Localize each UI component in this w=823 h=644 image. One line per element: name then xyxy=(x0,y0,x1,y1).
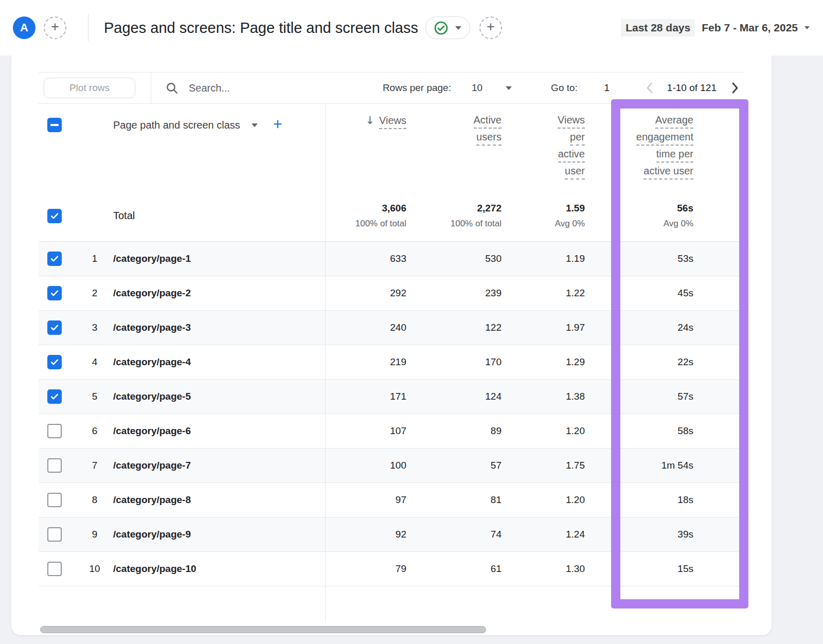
chevron-down-icon xyxy=(455,26,461,30)
check-icon xyxy=(49,254,60,264)
row-checkbox[interactable] xyxy=(47,286,62,300)
check-icon xyxy=(49,323,60,333)
previous-page-button[interactable] xyxy=(643,80,656,96)
row-checkbox[interactable] xyxy=(47,355,62,369)
table-body: 1 /category/page-1 633 530 1.19 53s 2 /c… xyxy=(39,242,744,586)
column-header-avg-engagement-time[interactable]: Averageengagementtime peractive user xyxy=(585,104,744,190)
avatar[interactable]: A xyxy=(13,16,35,39)
chevron-down-icon[interactable] xyxy=(252,123,258,127)
cell-active-users: 170 xyxy=(406,345,502,379)
table-row[interactable]: 6 /category/page-6 107 89 1.20 58s xyxy=(39,414,744,449)
row-checkbox[interactable] xyxy=(47,493,62,507)
table-row[interactable]: 2 /category/page-2 292 239 1.22 45s xyxy=(39,276,744,311)
column-header-views-per-active-user[interactable]: Viewsperactiveuser xyxy=(502,104,585,190)
total-avg-engagement-time-cell: 56s Avg 0% xyxy=(585,190,744,241)
column-header-active-users[interactable]: Activeusers xyxy=(406,104,502,190)
cell-avg-engagement-time: 53s xyxy=(585,242,744,276)
row-index: 1 xyxy=(83,253,106,264)
chevron-down-icon[interactable] xyxy=(506,86,512,90)
cell-avg-engagement-time: 45s xyxy=(585,276,744,310)
cell-avg-engagement-time: 15s xyxy=(585,552,744,586)
cell-views: 219 xyxy=(325,345,406,379)
table-row[interactable]: 3 /category/page-3 240 122 1.97 24s xyxy=(39,311,744,345)
total-views-cell: 3,606 100% of total xyxy=(325,190,406,241)
check-icon xyxy=(49,391,60,402)
row-index: 4 xyxy=(83,356,106,368)
row-checkbox[interactable] xyxy=(47,252,62,266)
cell-active-users: 124 xyxy=(406,380,502,414)
total-label: Total xyxy=(113,210,135,222)
cell-views: 92 xyxy=(325,517,406,551)
column-divider xyxy=(325,104,326,622)
plot-rows-button[interactable]: Plot rows xyxy=(44,78,135,98)
cell-views: 292 xyxy=(325,276,406,310)
column-header-views[interactable]: ↓Views xyxy=(325,104,406,190)
cell-active-users: 122 xyxy=(406,311,502,345)
cell-active-users: 239 xyxy=(406,276,502,310)
chevron-down-icon xyxy=(804,26,810,29)
dimension-header-cell: Page path and screen class + xyxy=(39,104,325,135)
select-all-checkbox[interactable] xyxy=(47,118,62,132)
table-row[interactable]: 10 /category/page-10 79 61 1.30 15s xyxy=(39,552,744,586)
table-row[interactable]: 1 /category/page-1 633 530 1.19 53s xyxy=(39,242,744,276)
go-to-label: Go to: xyxy=(551,82,578,94)
date-range-picker[interactable]: Last 28 days Feb 7 - Mar 6, 2025 xyxy=(621,19,810,37)
row-checkbox[interactable] xyxy=(47,389,62,404)
row-index: 6 xyxy=(83,425,106,437)
row-checkbox[interactable] xyxy=(47,320,62,335)
cell-views-per-active-user: 1.29 xyxy=(502,345,585,379)
dimension-header-label[interactable]: Page path and screen class xyxy=(113,119,240,131)
row-checkbox[interactable] xyxy=(47,562,62,576)
sort-descending-icon: ↓ xyxy=(365,114,374,127)
total-row-checkbox[interactable] xyxy=(47,209,62,223)
total-views-per-active-user-cell: 1.59 Avg 0% xyxy=(502,190,585,241)
cell-views-per-active-user: 1.24 xyxy=(502,517,585,551)
date-range-value: Feb 7 - Mar 6, 2025 xyxy=(702,22,798,34)
cell-active-users: 530 xyxy=(406,242,502,276)
horizontal-scrollbar-thumb[interactable] xyxy=(40,626,486,633)
go-to-input[interactable] xyxy=(596,82,618,94)
cell-views-per-active-user: 1.19 xyxy=(502,242,585,276)
table-toolbar: Plot rows Rows per page: 10 Go to: 1 xyxy=(39,72,744,104)
cell-views: 79 xyxy=(325,552,406,586)
report-header: A + Pages and screens: Page title and sc… xyxy=(0,0,823,56)
row-index: 2 xyxy=(83,288,106,299)
table-row[interactable]: 5 /category/page-5 171 124 1.38 57s xyxy=(39,380,744,414)
row-checkbox[interactable] xyxy=(47,527,62,542)
rows-per-page-select[interactable]: 10 xyxy=(472,82,482,94)
cell-views-per-active-user: 1.22 xyxy=(502,276,585,310)
add-report-button[interactable]: + xyxy=(479,16,502,39)
page-title: Pages and screens: Page title and screen… xyxy=(104,20,418,37)
cell-views-per-active-user: 1.38 xyxy=(502,380,585,414)
search-input[interactable] xyxy=(189,82,312,94)
ga4-report-page: A + Pages and screens: Page title and sc… xyxy=(0,0,823,644)
cell-views-per-active-user: 1.97 xyxy=(502,311,585,345)
cell-views: 107 xyxy=(325,414,406,448)
row-checkbox[interactable] xyxy=(47,458,62,473)
row-page-path: /category/page-4 xyxy=(113,356,191,368)
indeterminate-icon xyxy=(50,124,59,126)
cell-views-per-active-user: 1.30 xyxy=(502,552,585,586)
table-row[interactable]: 9 /category/page-9 92 74 1.24 39s xyxy=(39,517,744,552)
table-row[interactable]: 8 /category/page-8 97 81 1.20 18s xyxy=(39,483,744,517)
add-comparison-button[interactable]: + xyxy=(44,16,66,39)
cell-avg-engagement-time: 57s xyxy=(585,380,744,414)
row-index: 10 xyxy=(83,563,106,575)
add-dimension-icon[interactable]: + xyxy=(273,116,282,132)
row-index: 3 xyxy=(83,322,106,333)
cell-views: 240 xyxy=(325,311,406,345)
report-status-button[interactable] xyxy=(425,16,470,39)
row-page-path: /category/page-2 xyxy=(113,288,191,299)
table-total-row: Total 3,606 100% of total 2,272 100% of … xyxy=(39,190,744,242)
table-row[interactable]: 4 /category/page-4 219 170 1.29 22s xyxy=(39,345,744,380)
cell-views-per-active-user: 1.20 xyxy=(502,483,585,517)
check-circle-icon xyxy=(434,21,448,35)
cell-active-users: 57 xyxy=(406,449,502,482)
header-divider xyxy=(88,14,88,41)
next-page-button[interactable] xyxy=(729,80,741,96)
row-checkbox[interactable] xyxy=(47,424,62,438)
row-page-path: /category/page-10 xyxy=(113,563,196,575)
row-page-path: /category/page-5 xyxy=(113,391,191,402)
table-row[interactable]: 7 /category/page-7 100 57 1.75 1m 54s xyxy=(39,449,744,483)
cell-active-users: 81 xyxy=(406,483,502,517)
